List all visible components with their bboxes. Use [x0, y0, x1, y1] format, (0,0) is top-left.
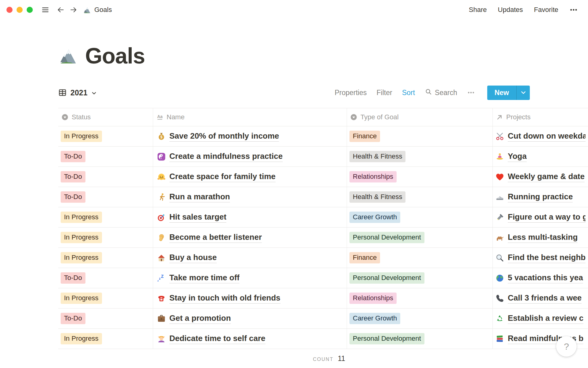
project-link[interactable]: Figure out a way to g: [508, 212, 586, 223]
project-link[interactable]: Call 3 friends a wee: [508, 293, 582, 304]
count-label: COUNT: [313, 357, 334, 362]
project-link[interactable]: Running practice: [508, 192, 573, 202]
mountain-icon[interactable]: [58, 46, 78, 66]
search-icon: [425, 88, 432, 97]
type-of-goal-cell[interactable]: Personal Development: [347, 268, 493, 288]
status-cell[interactable]: To-Do: [58, 167, 153, 187]
table-row: In Progress Hit sales target Career Grow…: [58, 207, 588, 228]
column-header-type-of-goal[interactable]: Type of Goal: [347, 108, 493, 126]
help-button[interactable]: ?: [556, 336, 577, 357]
project-cell[interactable]: Find the best neighb: [493, 248, 588, 268]
filter-button[interactable]: Filter: [377, 89, 392, 97]
name-link[interactable]: Buy a house: [169, 253, 217, 263]
type-of-goal-cell[interactable]: Relationships: [347, 288, 493, 308]
runner-icon: [157, 193, 166, 202]
name-link[interactable]: Save 20% of monthly income: [169, 131, 279, 142]
name-link[interactable]: Become a better listener: [169, 232, 262, 243]
books-icon: [495, 334, 504, 343]
sort-button[interactable]: Sort: [402, 89, 415, 97]
updates-button[interactable]: Updates: [498, 6, 523, 14]
name-cell[interactable]: Get a promotion: [153, 309, 347, 328]
status-tag: In Progress: [61, 252, 102, 263]
type-of-goal-cell[interactable]: Health & Fitness: [347, 187, 493, 207]
sidebar-menu-icon[interactable]: [40, 5, 51, 15]
new-button[interactable]: New: [487, 86, 516, 100]
column-label: Status: [72, 113, 91, 121]
share-button[interactable]: Share: [469, 6, 487, 14]
minimize-window-button[interactable]: [17, 7, 23, 13]
breadcrumb[interactable]: Goals: [83, 6, 112, 14]
properties-button[interactable]: Properties: [335, 89, 367, 97]
project-cell[interactable]: Running practice: [493, 187, 588, 207]
status-cell[interactable]: To-Do: [58, 309, 153, 328]
status-cell[interactable]: In Progress: [58, 126, 153, 146]
type-of-goal-cell[interactable]: Relationships: [347, 167, 493, 187]
name-link[interactable]: Take more time off: [169, 273, 239, 283]
name-link[interactable]: Create space for family time: [169, 172, 276, 182]
new-dropdown-button[interactable]: [516, 86, 530, 100]
status-cell[interactable]: In Progress: [58, 288, 153, 308]
status-tag: To-Do: [61, 191, 85, 202]
name-cell[interactable]: Zzz Take more time off: [153, 268, 347, 288]
project-cell[interactable]: 5 vacations this yea: [493, 268, 588, 288]
status-cell[interactable]: In Progress: [58, 228, 153, 247]
project-cell[interactable]: Call 3 friends a wee: [493, 288, 588, 308]
name-cell[interactable]: Become a better listener: [153, 228, 347, 247]
project-cell[interactable]: Figure out a way to g: [493, 207, 588, 227]
project-link[interactable]: Yoga: [508, 151, 527, 162]
name-cell[interactable]: Create space for family time: [153, 167, 347, 187]
project-cell[interactable]: Yoga: [493, 147, 588, 167]
name-cell[interactable]: Stay in touch with old friends: [153, 288, 347, 308]
name-link[interactable]: Hit sales target: [169, 212, 226, 223]
status-cell[interactable]: To-Do: [58, 147, 153, 167]
name-cell[interactable]: Create a mindfulness practice: [153, 147, 347, 167]
name-link[interactable]: Create a mindfulness practice: [169, 151, 283, 162]
project-cell[interactable]: Less multi-tasking: [493, 228, 588, 247]
name-cell[interactable]: Buy a house: [153, 248, 347, 268]
status-cell[interactable]: In Progress: [58, 207, 153, 227]
name-link[interactable]: Run a marathon: [169, 192, 230, 202]
type-of-goal-cell[interactable]: Career Growth: [347, 207, 493, 227]
search-button[interactable]: Search: [425, 88, 457, 97]
table-row: To-Do Create space for family time Relat…: [58, 167, 588, 187]
name-cell[interactable]: $ Save 20% of monthly income: [153, 126, 347, 146]
name-link[interactable]: Get a promotion: [169, 313, 231, 324]
type-of-goal-cell[interactable]: Health & Fitness: [347, 147, 493, 167]
type-of-goal-cell[interactable]: Career Growth: [347, 309, 493, 328]
status-cell[interactable]: To-Do: [58, 268, 153, 288]
project-link[interactable]: Cut down on weekda: [508, 131, 586, 142]
column-header-projects[interactable]: Projects: [493, 108, 588, 126]
favorite-button[interactable]: Favorite: [534, 6, 558, 14]
type-of-goal-cell[interactable]: Personal Development: [347, 228, 493, 247]
name-cell[interactable]: Hit sales target: [153, 207, 347, 227]
type-of-goal-cell[interactable]: Finance: [347, 126, 493, 146]
name-cell[interactable]: Dedicate time to self care: [153, 329, 347, 349]
column-header-name[interactable]: Aa Name: [153, 108, 347, 126]
close-window-button[interactable]: [6, 7, 13, 13]
name-link[interactable]: Dedicate time to self care: [169, 334, 266, 344]
project-cell[interactable]: Cut down on weekda: [493, 126, 588, 146]
forward-arrow-icon[interactable]: [68, 5, 79, 15]
status-cell[interactable]: To-Do: [58, 187, 153, 207]
project-link[interactable]: Establish a review c: [508, 313, 583, 324]
name-link[interactable]: Stay in touch with old friends: [169, 293, 281, 304]
zoom-window-button[interactable]: [27, 7, 33, 13]
project-link[interactable]: Less multi-tasking: [508, 232, 578, 243]
type-tag: Career Growth: [349, 212, 400, 223]
name-cell[interactable]: Run a marathon: [153, 187, 347, 207]
status-cell[interactable]: In Progress: [58, 329, 153, 349]
project-link[interactable]: Weekly game & date: [508, 172, 585, 182]
more-options-icon[interactable]: [569, 6, 578, 14]
view-more-options-icon[interactable]: [467, 89, 475, 97]
type-of-goal-cell[interactable]: Finance: [347, 248, 493, 268]
project-link[interactable]: Find the best neighb: [508, 253, 586, 263]
back-arrow-icon[interactable]: [55, 5, 66, 15]
project-link[interactable]: 5 vacations this yea: [508, 273, 583, 283]
type-of-goal-cell[interactable]: Personal Development: [347, 329, 493, 349]
project-cell[interactable]: Weekly game & date: [493, 167, 588, 187]
status-cell[interactable]: In Progress: [58, 248, 153, 268]
column-header-status[interactable]: Status: [58, 108, 153, 126]
view-selector[interactable]: 2021: [58, 88, 97, 97]
project-cell[interactable]: Establish a review c: [493, 309, 588, 328]
new-button-group: New: [487, 86, 530, 100]
